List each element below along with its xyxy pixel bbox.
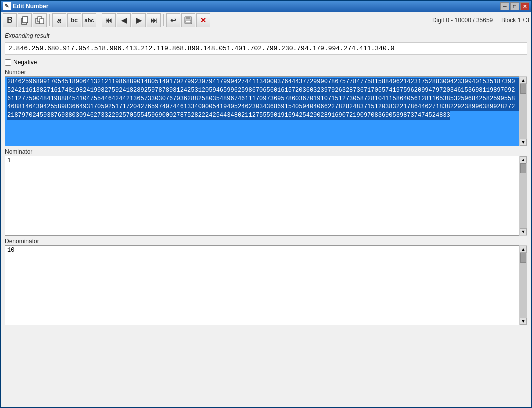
format-abc-button[interactable]: abc xyxy=(82,14,96,28)
format-bc-button[interactable]: bc xyxy=(67,14,81,28)
number-textarea-wrap: ▲ ▼ xyxy=(5,76,527,146)
next-button[interactable]: ▶ xyxy=(132,14,146,28)
close-button[interactable]: ✕ xyxy=(196,14,210,28)
scrollbar-up[interactable]: ▲ xyxy=(520,77,527,84)
separator-2 xyxy=(99,14,99,26)
scrollbar-down[interactable]: ▼ xyxy=(520,139,527,146)
expanding-result-label: Expanding result xyxy=(5,32,527,40)
window-title: Edit Number xyxy=(13,3,500,10)
format-a-button[interactable]: a xyxy=(52,14,66,28)
content-area: Expanding result 2.846.259.680.917.054.5… xyxy=(1,30,531,407)
prev-button[interactable]: ◀ xyxy=(117,14,131,28)
denom-scrollbar-track[interactable] xyxy=(520,253,527,318)
nominator-label: Nominator xyxy=(5,148,527,156)
bold-button[interactable]: B xyxy=(3,14,17,28)
restore-button[interactable]: □ xyxy=(510,2,519,10)
main-window: ✎ Edit Number ─ □ ✕ B a bc abc ⏮ ◀ ▶ ⏭ ↩ xyxy=(0,0,532,408)
save-button[interactable] xyxy=(181,14,195,28)
window-icon: ✎ xyxy=(3,2,11,10)
first-button[interactable]: ⏮ xyxy=(102,14,116,28)
close-window-button[interactable]: ✕ xyxy=(520,2,529,10)
nom-scrollbar-thumb[interactable] xyxy=(520,164,526,174)
denominator-section: Denominator ▲ ▼ xyxy=(5,238,527,326)
nominator-section: Nominator ▲ ▼ xyxy=(5,148,527,236)
block-info: Block 1 / 3 xyxy=(501,17,529,24)
denominator-textarea-wrap: ▲ ▼ xyxy=(5,246,527,326)
denom-scrollbar[interactable]: ▲ ▼ xyxy=(519,246,527,326)
toolbar-status: Digit 0 - 10000 / 35659 Block 1 / 3 xyxy=(432,17,529,24)
negative-label[interactable]: Negative xyxy=(13,59,37,66)
denom-scrollbar-down[interactable]: ▼ xyxy=(520,318,527,325)
copy2-button[interactable] xyxy=(33,14,47,28)
number-section: Number ▲ ▼ xyxy=(5,69,527,146)
denom-scrollbar-up[interactable]: ▲ xyxy=(520,246,527,253)
number-textarea[interactable] xyxy=(5,76,519,146)
negative-row: Negative xyxy=(5,59,527,66)
big-number-display: 2.846.259.680.917.054.518.906.413.212.11… xyxy=(5,42,527,55)
denominator-textarea[interactable] xyxy=(5,246,519,326)
digit-range: Digit 0 - 10000 / 35659 xyxy=(432,17,493,24)
titlebar: ✎ Edit Number ─ □ ✕ xyxy=(1,1,531,12)
nominator-textarea-wrap: ▲ ▼ xyxy=(5,156,527,236)
separator-3 xyxy=(163,14,164,26)
toolbar: B a bc abc ⏮ ◀ ▶ ⏭ ↩ ✕ Digit 0 - 10000 /… xyxy=(1,12,531,30)
nom-scrollbar-up[interactable]: ▲ xyxy=(520,156,527,164)
svg-rect-1 xyxy=(23,17,28,23)
denominator-label: Denominator xyxy=(5,238,527,245)
nominator-textarea[interactable] xyxy=(5,156,519,236)
titlebar-controls: ─ □ ✕ xyxy=(500,2,529,10)
svg-rect-4 xyxy=(40,19,44,24)
last-button[interactable]: ⏭ xyxy=(147,14,161,28)
nominator-scrollbar[interactable]: ▲ ▼ xyxy=(519,156,527,236)
nom-scrollbar-track[interactable] xyxy=(520,164,527,228)
scrollbar-track[interactable] xyxy=(520,84,527,139)
number-section-label: Number xyxy=(5,69,527,76)
nom-scrollbar-down[interactable]: ▼ xyxy=(520,228,527,236)
svg-rect-7 xyxy=(186,20,191,23)
negative-checkbox[interactable] xyxy=(5,60,11,66)
denom-scrollbar-thumb[interactable] xyxy=(520,253,526,263)
separator-1 xyxy=(49,14,50,26)
scrollbar-thumb[interactable] xyxy=(520,84,526,94)
number-scrollbar[interactable]: ▲ ▼ xyxy=(519,76,527,146)
svg-rect-6 xyxy=(186,17,190,20)
minimize-button[interactable]: ─ xyxy=(500,2,509,10)
undo-button[interactable]: ↩ xyxy=(166,14,180,28)
copy-button[interactable] xyxy=(18,14,32,28)
